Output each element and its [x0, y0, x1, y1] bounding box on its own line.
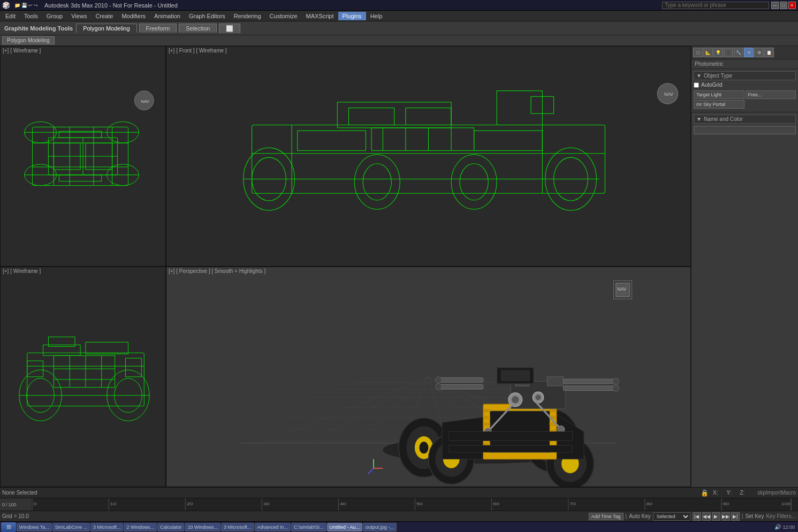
- maximize-button[interactable]: □: [780, 2, 787, 9]
- taskbar-systray: 🔊 12:00: [774, 524, 797, 530]
- svg-point-88: [419, 442, 428, 453]
- add-time-tag-btn[interactable]: Add Time Tag: [589, 513, 624, 520]
- svg-rect-103: [483, 416, 490, 420]
- svg-rect-104: [483, 422, 490, 426]
- start-button[interactable]: ⊞: [1, 522, 16, 532]
- tab-freeform[interactable]: Freeform: [139, 24, 177, 33]
- name-color-header[interactable]: ▼ Name and Color: [694, 115, 796, 124]
- menu-help[interactable]: Help: [366, 12, 387, 20]
- taskbar-advanced[interactable]: Advanced In...: [255, 523, 291, 531]
- main-area: [+] [ Wireframe ]: [0, 46, 798, 487]
- wireframe-front-svg: NAV: [166, 47, 690, 266]
- menu-customize[interactable]: Customize: [265, 12, 302, 20]
- taskbar-calculator[interactable]: Calculator: [157, 523, 185, 531]
- object-type-header[interactable]: ▼ Object Type: [694, 71, 796, 80]
- autokey-label: Auto Key: [629, 513, 651, 519]
- taskbar-microsoft2[interactable]: 3 Microsoft...: [221, 523, 254, 531]
- lock-icon: 🔒: [701, 489, 709, 497]
- svg-text:70: 70: [569, 502, 576, 506]
- taskbar-microsoft1[interactable]: 3 Microsoft...: [90, 523, 124, 531]
- polygon-modeling-tab[interactable]: Polygon Modeling: [2, 36, 55, 44]
- tab-options[interactable]: ⬜: [219, 24, 240, 33]
- svg-rect-33: [406, 108, 451, 125]
- menu-plugins[interactable]: Plugins: [338, 12, 366, 20]
- timeline-end-label: 100: [9, 502, 17, 507]
- panel-icon-1[interactable]: ⬡: [693, 48, 703, 57]
- menu-views[interactable]: Views: [67, 12, 91, 20]
- keyfilters-label: Key Filters...: [766, 513, 796, 519]
- tab-polygon-modeling[interactable]: Polygon Modeling: [76, 24, 136, 33]
- viewport-bottom-left[interactable]: [+] [ Wireframe ]: [0, 267, 166, 487]
- viewport-top-left[interactable]: [+] [ Wireframe ]: [0, 46, 166, 267]
- menu-create[interactable]: Create: [91, 12, 117, 20]
- menu-graph-editors[interactable]: Graph Editors: [185, 12, 230, 20]
- panel-icon-6[interactable]: ☀: [744, 48, 754, 57]
- clock: 12:00: [782, 525, 795, 530]
- autokey-dropdown[interactable]: Selected: [653, 512, 690, 521]
- menu-animation[interactable]: Animation: [150, 12, 185, 20]
- close-button[interactable]: ✕: [788, 2, 796, 9]
- panel-icon-5[interactable]: 🔧: [734, 48, 743, 57]
- next-frame-button[interactable]: ▶▶: [721, 512, 730, 521]
- panel-icons-row: ⬡ 📐 💡 🎥 🔧 ☀ ⚙ 📋: [691, 46, 798, 59]
- go-to-start-button[interactable]: |◀: [693, 512, 701, 521]
- name-color-bar: [694, 126, 796, 134]
- macro-text: skpImportMacro: [757, 490, 796, 496]
- menu-edit[interactable]: Edit: [1, 12, 20, 20]
- svg-rect-56: [86, 342, 128, 354]
- panel-icon-2[interactable]: 📐: [703, 48, 713, 57]
- vp-top-right-label: [+] [ Front ] [ Wireframe ]: [169, 48, 227, 54]
- menu-modifiers[interactable]: Modifiers: [117, 12, 150, 20]
- viewport-top-right[interactable]: [+] [ Front ] [ Wireframe ]: [166, 46, 691, 267]
- panel-icon-3[interactable]: 💡: [713, 48, 723, 57]
- panel-icon-8[interactable]: 📋: [764, 48, 774, 57]
- taskbar-simlab-path[interactable]: C:\simlab\Si...: [291, 523, 326, 531]
- taskbar-output-jpg[interactable]: output.jpg -...: [363, 523, 397, 531]
- menu-rendering[interactable]: Rendering: [230, 12, 265, 20]
- light-buttons: Target Light Free... mr Sky Portal: [694, 89, 796, 110]
- taskbar-simlab[interactable]: SimLabCore ...: [52, 523, 90, 531]
- taskbar-windows10[interactable]: 10 Windows...: [185, 523, 221, 531]
- play-button[interactable]: ▶: [712, 512, 720, 521]
- autogrid-checkbox[interactable]: [694, 82, 699, 88]
- taskbar: ⊞ Windows Ta... SimLabCore ... 3 Microso…: [0, 521, 798, 532]
- svg-point-122: [435, 384, 442, 390]
- mr-sky-portal-button[interactable]: mr Sky Portal: [694, 100, 744, 109]
- svg-rect-34: [497, 91, 542, 125]
- title-bar-left: 🎲 📁 💾 ↩ ↪ Autodesk 3ds Max 2010 - Not Fo…: [2, 2, 178, 9]
- viewport-perspective[interactable]: [+] [ Perspective ] [ Smooth + Highlight…: [166, 267, 691, 487]
- menu-group[interactable]: Group: [42, 12, 67, 20]
- svg-rect-102: [483, 409, 490, 413]
- timeline-start: 0 / 100: [0, 498, 32, 511]
- svg-rect-115: [563, 379, 618, 384]
- target-light-button[interactable]: Target Light: [694, 90, 744, 99]
- free-light-button[interactable]: Free...: [746, 90, 796, 99]
- tab-selection[interactable]: Selection: [179, 24, 217, 33]
- menu-bar: Edit Tools Group Views Create Modifiers …: [0, 11, 798, 21]
- sound-icon[interactable]: 🔊: [774, 524, 781, 530]
- panel-icon-4[interactable]: 🎥: [724, 48, 733, 57]
- grid-label: Grid = 10.0: [2, 513, 29, 519]
- menu-tools[interactable]: Tools: [20, 12, 42, 20]
- menu-maxscript[interactable]: MAXScript: [302, 12, 338, 20]
- taskbar-windows2[interactable]: 2 Windows...: [124, 523, 157, 531]
- bottom-controls-bar: Grid = 10.0 Add Time Tag | Auto Key Sele…: [0, 511, 798, 521]
- svg-rect-58: [54, 355, 115, 387]
- svg-point-30: [460, 164, 488, 200]
- minimize-button[interactable]: ─: [771, 2, 779, 9]
- svg-point-29: [451, 155, 497, 209]
- prev-frame-button[interactable]: ◀◀: [702, 512, 711, 521]
- vp-bottom-left-label: [+] [ Wireframe ]: [3, 268, 41, 274]
- go-to-end-button[interactable]: ▶|: [731, 512, 740, 521]
- z-coord-label: Z:: [740, 490, 744, 496]
- svg-point-117: [613, 378, 619, 385]
- title-bar: 🎲 📁 💾 ↩ ↪ Autodesk 3ds Max 2010 - Not Fo…: [0, 0, 798, 11]
- search-input[interactable]: [662, 2, 769, 9]
- timeline-track[interactable]: 0 10 20 30 40 50 60 70 80 90 100: [32, 498, 798, 511]
- svg-rect-128: [500, 370, 530, 381]
- svg-text:50: 50: [416, 502, 423, 506]
- taskbar-untitled-au[interactable]: Untitled - Au...: [327, 523, 363, 531]
- taskbar-windows-ta[interactable]: Windows Ta...: [17, 523, 52, 531]
- wireframe-side-svg: [1, 267, 165, 487]
- panel-icon-7[interactable]: ⚙: [754, 48, 764, 57]
